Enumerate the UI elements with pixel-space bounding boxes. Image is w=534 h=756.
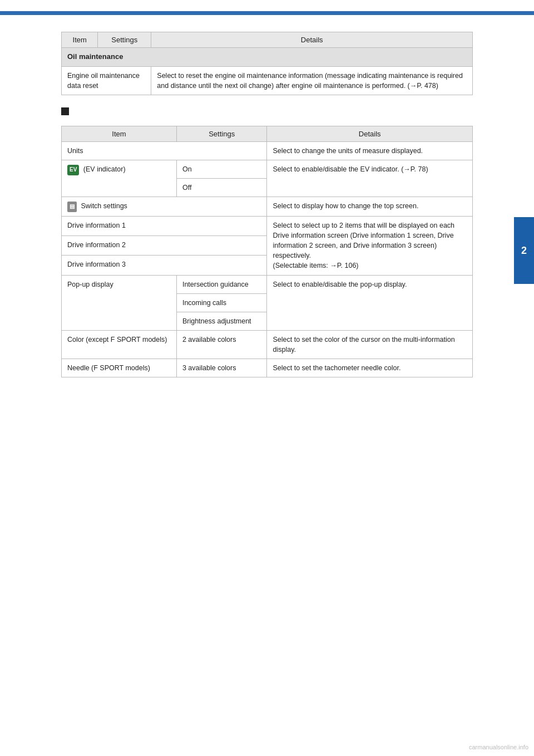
popup-intersection-setting: Intersection guidance xyxy=(176,275,267,293)
needle-details: Select to set the tachometer needle colo… xyxy=(267,359,473,377)
side-tab-number: 2 xyxy=(521,245,527,257)
table2-header-settings: Settings xyxy=(176,126,267,142)
ev-on-setting: On xyxy=(176,160,267,179)
table2-header-item: Item xyxy=(62,126,177,142)
drive-info-2-item: Drive information 2 xyxy=(62,236,267,256)
oil-maintenance-label: Oil maintenance xyxy=(62,48,473,67)
watermark: carmanualsonline.info xyxy=(469,744,528,750)
units-item: Units xyxy=(62,142,267,160)
units-row: Units Select to change the units of meas… xyxy=(62,142,473,160)
color-item: Color (except F SPORT models) xyxy=(62,330,177,359)
switch-icon: ▤ xyxy=(67,202,77,212)
engine-oil-details: Select to reset the engine oil maintenan… xyxy=(151,66,473,95)
ev-indicator-on-row: EV (EV indicator) On Select to enable/di… xyxy=(62,160,473,179)
drive-info-1-item: Drive information 1 xyxy=(62,216,267,235)
blue-bar xyxy=(0,11,534,15)
popup-intersection-row: Pop-up display Intersection guidance Sel… xyxy=(62,275,473,293)
units-details: Select to change the units of measure di… xyxy=(267,142,473,160)
popup-calls-setting: Incoming calls xyxy=(176,293,267,312)
content-area: Item Settings Details Oil maintenance En… xyxy=(0,15,534,404)
needle-settings: 3 available colors xyxy=(176,359,267,377)
oil-maintenance-table: Item Settings Details Oil maintenance En… xyxy=(61,32,473,95)
popup-display-item: Pop-up display xyxy=(62,275,177,330)
side-tab: 2 xyxy=(514,217,534,284)
section-marker-icon xyxy=(61,107,69,115)
ev-icon: EV xyxy=(67,165,79,175)
drive-info-shared-details: Select to select up to 2 items that will… xyxy=(267,216,473,275)
needle-row: Needle (F SPORT models) 3 available colo… xyxy=(62,359,473,377)
table1-header-settings: Settings xyxy=(98,32,151,48)
color-details: Select to set the color of the cursor on… xyxy=(267,330,473,359)
needle-item: Needle (F SPORT models) xyxy=(62,359,177,377)
table1-header-details: Details xyxy=(151,32,473,48)
drive-info-1-row: Drive information 1 Select to select up … xyxy=(62,216,473,235)
switch-settings-item: ▤ Switch settings xyxy=(62,197,267,217)
oil-maintenance-section-row: Oil maintenance xyxy=(62,48,473,67)
engine-oil-row: Engine oil maintenance data reset Select… xyxy=(62,66,473,95)
table1-header-item: Item xyxy=(62,32,98,48)
color-row: Color (except F SPORT models) 2 availabl… xyxy=(62,330,473,359)
display-settings-table: Item Settings Details Units Select to ch… xyxy=(61,126,473,377)
ev-indicator-item: EV (EV indicator) xyxy=(62,160,177,197)
engine-oil-item: Engine oil maintenance data reset xyxy=(62,66,151,95)
color-settings: 2 available colors xyxy=(176,330,267,359)
ev-off-setting: Off xyxy=(176,179,267,197)
popup-brightness-setting: Brightness adjustment xyxy=(176,312,267,330)
drive-info-3-item: Drive information 3 xyxy=(62,256,267,275)
popup-display-details: Select to enable/disable the pop-up disp… xyxy=(267,275,473,330)
ev-indicator-details: Select to enable/disable the EV indicato… xyxy=(267,160,473,197)
page-wrapper: 2 Item Settings Details Oil maintenance … xyxy=(0,0,534,756)
table2-header-details: Details xyxy=(267,126,473,142)
section-divider xyxy=(61,107,473,120)
switch-settings-row: ▤ Switch settings Select to display how … xyxy=(62,197,473,217)
switch-settings-details: Select to display how to change the top … xyxy=(267,197,473,217)
